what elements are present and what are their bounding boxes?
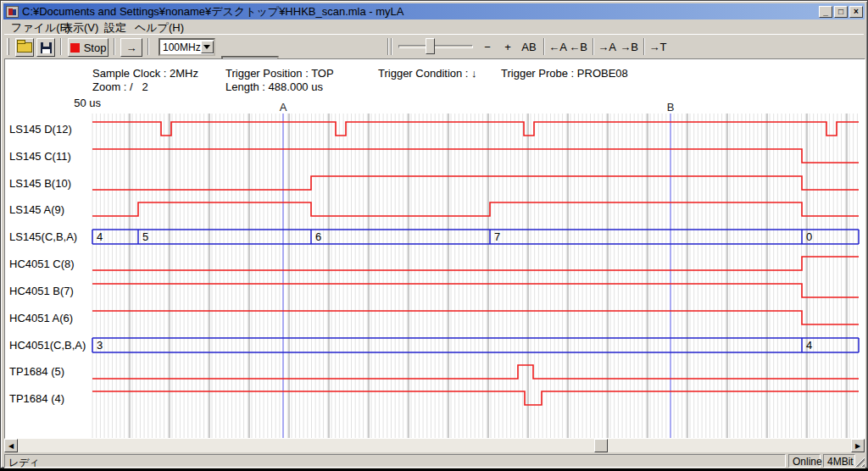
scroll-left-arrow-icon[interactable]: ◀ bbox=[4, 439, 18, 452]
horizontal-scrollbar[interactable]: ◀ ▶ bbox=[4, 439, 865, 452]
dropdown-arrow-icon[interactable] bbox=[201, 41, 214, 53]
signal-label: LS145 A(9) bbox=[9, 203, 64, 216]
app-window: C:¥Documents and Settings¥noname¥デスクトップ¥… bbox=[0, 0, 868, 468]
zoom-info: Zoom : / 2 bbox=[92, 80, 148, 93]
status-online: Online bbox=[788, 454, 821, 468]
scrollbar-thumb[interactable] bbox=[594, 439, 608, 452]
signal-label: HC4051(C,B,A) bbox=[9, 339, 86, 352]
zoom-out-button[interactable]: − bbox=[479, 38, 496, 55]
sample-clock-info: Sample Clock : 2MHz bbox=[92, 67, 198, 80]
sample-clock-value: 100MHz bbox=[163, 42, 201, 53]
stop-label: Stop bbox=[84, 42, 107, 54]
toolbar-separator bbox=[147, 38, 149, 55]
zoom-slider-track[interactable] bbox=[398, 45, 473, 48]
save-file-button[interactable] bbox=[36, 38, 55, 57]
title-bar[interactable]: C:¥Documents and Settings¥noname¥デスクトップ¥… bbox=[3, 3, 865, 19]
toolbar-separator bbox=[543, 38, 545, 55]
stop-square-icon bbox=[70, 43, 80, 53]
toolbar-separator bbox=[114, 38, 115, 55]
trigger-condition-info: Trigger Condition : ↓ bbox=[378, 67, 477, 80]
signal-label: LS145 D(12) bbox=[9, 123, 72, 136]
goto-b-left-button[interactable]: ←B bbox=[567, 38, 589, 55]
signal-label: LS145(C,B,A) bbox=[9, 230, 77, 243]
signal-label: TP1684 (4) bbox=[9, 392, 64, 405]
minimize-button[interactable]: _ bbox=[819, 6, 832, 18]
trigger-position-info: Trigger Position : TOP bbox=[225, 67, 334, 80]
status-ready: レディ bbox=[4, 454, 786, 468]
status-memory: 4MBit bbox=[823, 454, 855, 468]
goto-trigger-button[interactable]: →T bbox=[647, 38, 669, 55]
trigger-probe-info: Trigger Probe : PROBE08 bbox=[501, 67, 628, 80]
toolbar-separator bbox=[387, 38, 389, 55]
time-division-label: 50 us bbox=[72, 97, 101, 109]
sample-clock-combo[interactable]: 100MHz bbox=[159, 38, 215, 56]
waveform-client-area bbox=[4, 58, 865, 439]
zoom-ab-button[interactable]: AB bbox=[518, 38, 540, 55]
toolbar-separator bbox=[643, 38, 645, 55]
toolbar-grip bbox=[7, 38, 9, 55]
open-file-button[interactable] bbox=[15, 38, 34, 57]
toolbar: Stop → 100MHz TOP ↑ PROBE00 − + AB ←A ←B bbox=[4, 34, 864, 58]
run-button[interactable]: → bbox=[120, 38, 142, 57]
toolbar-separator bbox=[60, 38, 62, 55]
menu-bar: ファイル(F) 表示(V) 設定 ヘルプ(H) bbox=[4, 20, 864, 34]
maximize-button[interactable]: □ bbox=[834, 6, 848, 18]
status-bar: レディ Online 4MBit bbox=[4, 453, 865, 468]
toolbar-separator bbox=[593, 38, 594, 55]
signal-label: HC4051 B(7) bbox=[9, 285, 74, 297]
app-icon[interactable] bbox=[6, 6, 19, 18]
signal-label: HC4051 A(6) bbox=[9, 312, 73, 324]
signal-label: LS145 B(10) bbox=[9, 177, 71, 190]
save-floppy-icon bbox=[41, 42, 52, 53]
signal-label: LS145 C(11) bbox=[9, 150, 71, 163]
signal-label: HC4051 C(8) bbox=[9, 258, 75, 270]
goto-b-right-button[interactable]: →B bbox=[618, 38, 640, 55]
goto-a-right-button[interactable]: →A bbox=[596, 38, 618, 55]
zoom-slider-thumb[interactable] bbox=[426, 38, 435, 54]
window-title: C:¥Documents and Settings¥noname¥デスクトップ¥… bbox=[22, 4, 817, 19]
stop-button[interactable]: Stop bbox=[68, 38, 108, 57]
length-info: Length : 488.000 us bbox=[225, 80, 323, 93]
scroll-right-arrow-icon[interactable]: ▶ bbox=[851, 439, 865, 452]
open-folder-icon bbox=[17, 42, 32, 53]
signal-label: TP1684 (5) bbox=[9, 365, 64, 378]
goto-a-left-button[interactable]: ←A bbox=[547, 38, 569, 55]
toolbar-separator bbox=[391, 38, 392, 55]
close-button[interactable]: × bbox=[849, 6, 863, 18]
zoom-in-button[interactable]: + bbox=[499, 38, 516, 55]
